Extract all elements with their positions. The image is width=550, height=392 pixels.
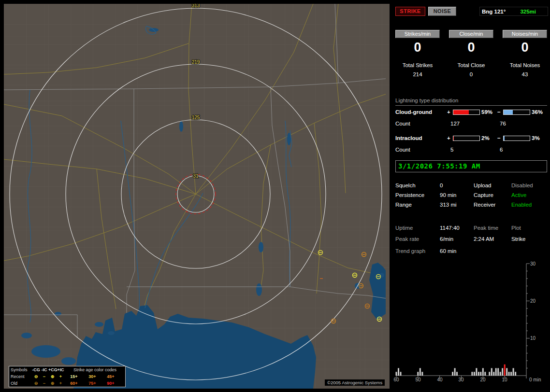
cg-negative-bar <box>503 110 530 115</box>
status-sidebar: STRIKE NOISE Bng 121° 325mi Strikes/min … <box>392 0 550 392</box>
uptime-value: 1147:40 <box>440 225 474 231</box>
intracloud-count-row: Count 5 6 <box>395 146 503 153</box>
pos-ic-column-label: +IC <box>57 367 65 372</box>
legend-symbols-title: Symbols <box>9 367 32 372</box>
peak-time-value: 2:24 AM <box>474 236 511 242</box>
plus-sign: + <box>447 135 452 141</box>
trend-bar <box>508 372 510 376</box>
trend-bar <box>452 372 453 376</box>
strikes-per-min-button[interactable]: Strikes/min <box>395 30 440 38</box>
bearing-display: Bng 121° 325mi <box>479 7 548 16</box>
receiver-status: Enabled <box>511 202 550 208</box>
capture-label: Capture <box>474 192 511 198</box>
trend-bar <box>476 368 477 376</box>
map-svg[interactable]: 313 219 125 31 <box>4 4 390 389</box>
age-code-60: 60+ <box>65 381 83 386</box>
y-tick-label: 30 <box>530 261 536 266</box>
bearing-distance: 325mi <box>520 9 536 14</box>
age-code-30: 30+ <box>83 374 101 379</box>
trend-axis-ticks <box>396 264 530 378</box>
recent-pos-cg-icon: ⊕ <box>48 374 57 379</box>
peak-time-label: Peak time <box>474 225 511 231</box>
age-code-90: 90+ <box>101 381 120 386</box>
persistence-label: Persistence <box>395 192 440 198</box>
settings-table: Squelch 0 Upload Disabled Persistence 90… <box>395 181 550 210</box>
age-codes-title: Strike age color codes <box>65 367 125 372</box>
intracloud-row: Intracloud + 2% − 3% <box>395 135 548 141</box>
noises-per-min-value: 0 <box>503 40 547 55</box>
count-label: Count <box>395 121 447 126</box>
trend-bar <box>420 368 421 376</box>
trend-bar <box>474 372 475 376</box>
legend-recent-label: Recent <box>9 374 32 379</box>
trend-bar <box>510 372 512 376</box>
trend-bar <box>398 368 399 376</box>
total-close-label: Total Close <box>449 62 493 68</box>
y-tick-label: 10 <box>530 336 536 341</box>
persistence-value: 90 min <box>440 192 474 198</box>
trend-bar <box>500 372 501 376</box>
x-tick-label: 50 <box>415 377 421 382</box>
noise-mode-button[interactable]: NOISE <box>428 7 456 16</box>
plus-sign: + <box>447 109 452 115</box>
x-tick-label: 30 <box>458 377 464 382</box>
pos-cg-column-label: +CG <box>48 367 57 372</box>
cg-positive-bar <box>453 110 480 115</box>
trend-bar <box>454 368 456 376</box>
trend-graph-row: Trend graph 60 min <box>395 248 457 254</box>
total-noises-label: Total Noises <box>503 62 547 68</box>
recent-neg-ic-icon: − <box>40 374 48 379</box>
strikes-per-min-value: 0 <box>395 40 440 55</box>
old-neg-cg-icon: ⊖ <box>32 381 40 386</box>
y-tick-label: 20 <box>530 298 536 304</box>
cloud-ground-row: Cloud-ground + 59% − 36% <box>395 109 548 115</box>
trend-graph-label: Trend graph <box>395 248 440 254</box>
trend-bar <box>478 372 479 376</box>
trend-axes <box>396 264 526 376</box>
cg-positive-count: 127 <box>450 121 497 126</box>
trend-bar <box>417 372 419 376</box>
rate-values-row: 0 0 0 <box>395 40 547 55</box>
trend-bar <box>400 372 402 376</box>
minus-sign: − <box>497 135 503 141</box>
trend-bar <box>471 372 473 376</box>
ic-positive-pct: 2% <box>481 135 497 141</box>
neg-ic-column-label: -IC <box>40 367 48 372</box>
trend-bar <box>497 368 499 376</box>
trend-bar <box>513 368 514 376</box>
cg-negative-count: 76 <box>500 121 506 126</box>
symbols-legend: Symbols -CG -IC +CG +IC Strike age color… <box>9 366 126 387</box>
bearing-label: Bng 121° <box>482 9 506 14</box>
total-noises-value: 43 <box>503 71 547 77</box>
age-code-75: 75+ <box>83 381 101 386</box>
ic-positive-count: 5 <box>450 147 497 153</box>
old-pos-ic-icon: + <box>57 381 65 386</box>
range-value: 313 mi <box>440 202 474 208</box>
old-neg-ic-icon: − <box>40 381 48 386</box>
strike-mode-button[interactable]: STRIKE <box>395 7 425 16</box>
trend-bar <box>484 372 486 376</box>
ic-positive-bar <box>453 136 480 141</box>
ring-label: 219 <box>192 59 200 65</box>
mode-toolbar: STRIKE NOISE Bng 121° 325mi <box>395 7 548 16</box>
squelch-value: 0 <box>440 182 474 188</box>
trend-bar <box>495 368 497 376</box>
ic-negative-count: 6 <box>500 147 503 153</box>
trend-bar <box>396 372 397 376</box>
ring-label: 313 <box>192 4 200 8</box>
trend-bar <box>421 372 423 376</box>
noises-per-min-button[interactable]: Noises/min <box>503 30 547 38</box>
old-pos-cg-icon: ⊕ <box>48 381 57 386</box>
rate-buttons-row: Strikes/min Close/min Noises/min <box>395 30 547 38</box>
minus-sign: − <box>497 109 503 115</box>
ic-negative-pct: 3% <box>532 135 548 141</box>
ring-label: 31 <box>193 173 199 179</box>
lightning-map[interactable]: 313 219 125 31 Symbols -CG -IC +CG +IC S… <box>4 4 390 389</box>
capture-status: Active <box>511 192 550 198</box>
x-tick-label: 20 <box>480 377 486 382</box>
upload-label: Upload <box>474 182 511 188</box>
app-window: { "map": { "rings": [ {"label": "313"}, … <box>0 0 550 392</box>
recent-pos-ic-icon: + <box>57 374 65 379</box>
close-per-min-button[interactable]: Close/min <box>449 30 493 38</box>
plot-label: Plot <box>511 225 550 231</box>
